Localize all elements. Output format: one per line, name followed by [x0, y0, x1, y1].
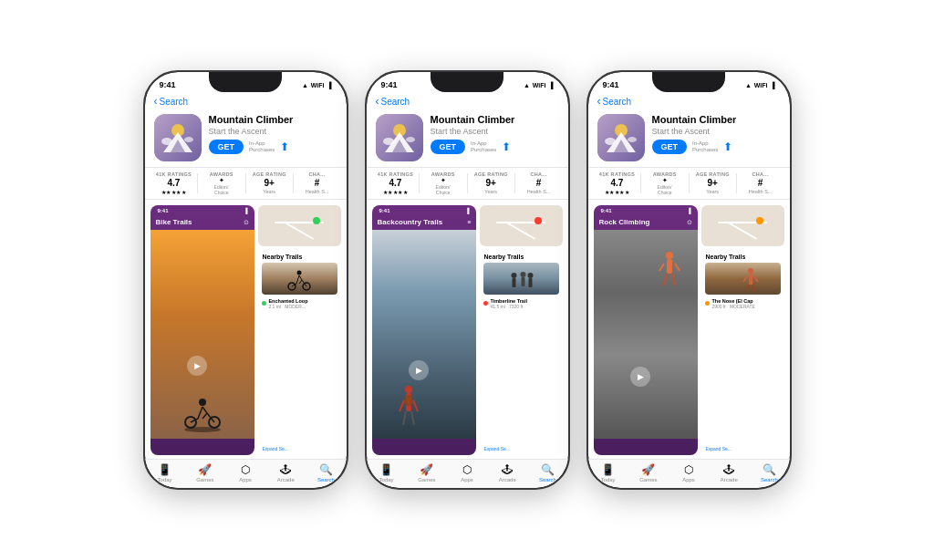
- trail-info-1: 2.1 mi MODER...: [268, 304, 307, 309]
- tab-arcade-1[interactable]: 🕹 Arcade: [265, 463, 306, 482]
- tab-today-2[interactable]: 📱 Today: [367, 463, 407, 482]
- share-button-1[interactable]: ⬆: [280, 140, 289, 153]
- play-button-1[interactable]: ▶: [187, 356, 207, 376]
- tab-games-3[interactable]: 🚀 Games: [628, 463, 669, 482]
- phone-notch-1: [209, 72, 282, 92]
- svg-point-19: [405, 386, 412, 393]
- apps-icon-3: ⬡: [684, 463, 693, 476]
- games-label-3: Games: [639, 477, 657, 482]
- status-time-2: 9:41: [381, 80, 398, 89]
- tab-search-2[interactable]: 🔍 Search: [527, 463, 567, 482]
- back-link-2[interactable]: ‹ Search: [376, 96, 559, 107]
- screenshot-inner-3: 9:41▐ Rock Climbing ⊙: [588, 200, 790, 459]
- tab-apps-3[interactable]: ⬡ Apps: [669, 463, 709, 482]
- today-icon-1: 📱: [158, 463, 171, 476]
- back-link-3[interactable]: ‹ Search: [597, 96, 781, 107]
- today-icon-3: 📱: [601, 463, 615, 476]
- divider-1a: [197, 173, 198, 193]
- apps-icon-2: ⬡: [462, 463, 472, 476]
- share-button-2[interactable]: ⬆: [502, 140, 511, 153]
- rating-count-2: 41K RATINGS 4.7 ★★★★★: [376, 171, 416, 195]
- share-button-3[interactable]: ⬆: [723, 140, 732, 153]
- screenshot-header-2: Backcountry Trails ≡: [372, 214, 477, 230]
- tab-arcade-3[interactable]: 🕹 Arcade: [709, 463, 749, 482]
- rating-count-1: 41K RATINGS 4.7 ★★★★★: [154, 171, 194, 195]
- play-button-2[interactable]: ▶: [409, 360, 429, 380]
- nearby-title-2: Nearby Trails: [483, 254, 558, 260]
- rating-awards-1: AWARDS ✦ Editors'Choice: [202, 171, 242, 195]
- expand-link-2[interactable]: Expand Se...: [483, 446, 558, 451]
- map-small-1: [258, 205, 340, 246]
- chart-sub-3: Health S...: [741, 189, 781, 194]
- arcade-icon-2: 🕹: [502, 463, 513, 476]
- app-header-3: Mountain Climber Start the Ascent GET In…: [588, 110, 790, 167]
- nearby-panel-1: Nearby Trails: [258, 250, 340, 455]
- search-label-1: Search: [317, 477, 335, 482]
- back-link-1[interactable]: ‹ Search: [154, 96, 337, 107]
- tab-search-1[interactable]: 🔍 Search: [306, 463, 346, 482]
- tab-search-3[interactable]: 🔍 Search: [749, 463, 789, 482]
- tab-apps-2[interactable]: ⬡ Apps: [447, 463, 487, 482]
- app-icon-2: [376, 114, 423, 161]
- chart-sub-2: Health S...: [519, 189, 559, 194]
- stars-1: ★★★★★: [154, 189, 194, 195]
- back-chevron-1: ‹: [154, 96, 158, 107]
- battery-icon-1: ▐: [327, 82, 332, 88]
- chart-label-1: CHA...: [297, 171, 337, 177]
- svg-point-9: [199, 399, 206, 406]
- age-value-2: 9+: [471, 178, 511, 188]
- tab-apps-1[interactable]: ⬡ Apps: [225, 463, 265, 482]
- in-app-text-2: In-AppPurchases: [471, 140, 496, 153]
- chart-sub-1: Health S...: [297, 189, 337, 194]
- divider-3c: [736, 173, 737, 193]
- trail-item-3: The Nose (El Cap 2900 ft MODERATE: [705, 298, 780, 309]
- apps-label-3: Apps: [682, 477, 695, 482]
- phone-3-wrapper: 9:41 ▲ WiFi ▐ ‹ Search: [586, 70, 792, 490]
- svg-point-17: [383, 138, 394, 145]
- screenshot-main-1: 9:41▐ Bike Trails ⊙: [150, 205, 255, 455]
- mini-status-3: 9:41▐: [594, 205, 699, 214]
- play-button-3[interactable]: ▶: [630, 367, 650, 387]
- svg-rect-23: [513, 278, 516, 287]
- tab-today-1[interactable]: 📱 Today: [145, 463, 185, 482]
- expand-link-3[interactable]: Expand Se...: [705, 446, 780, 451]
- map-road-3b: [728, 222, 757, 240]
- phone-2-wrapper: 9:41 ▲ WiFi ▐ ‹ Search: [365, 70, 570, 490]
- tab-games-2[interactable]: 🚀 Games: [407, 463, 447, 482]
- get-button-3[interactable]: GET: [652, 140, 688, 154]
- screenshot-main-3: 9:41▐ Rock Climbing ⊙: [594, 205, 699, 455]
- arcade-label-2: Arcade: [499, 477, 516, 482]
- rating-chart-1: CHA... # Health S...: [297, 171, 337, 195]
- screenshot-header-1: Bike Trails ⊙: [150, 214, 255, 230]
- phone-notch-2: [431, 72, 503, 92]
- age-label-2: AGE RATING: [471, 171, 511, 177]
- map-road-2b: [506, 222, 535, 240]
- tab-games-1[interactable]: 🚀 Games: [185, 463, 225, 482]
- divider-1b: [245, 173, 246, 193]
- rating-count-3: 41K RATINGS 4.7 ★★★★★: [597, 171, 638, 195]
- menu-icon-2: ≡: [467, 219, 471, 225]
- get-button-2[interactable]: GET: [431, 140, 466, 154]
- mini-status-1: 9:41▐: [150, 205, 255, 214]
- tab-today-3[interactable]: 📱 Today: [588, 463, 628, 482]
- wifi-icon-3: WiFi: [754, 82, 768, 88]
- app-subtitle-3: Start the Ascent: [652, 127, 781, 136]
- divider-2a: [419, 173, 420, 193]
- get-button-1[interactable]: GET: [209, 140, 244, 154]
- tab-arcade-2[interactable]: 🕹 Arcade: [487, 463, 527, 482]
- climber-svg: [657, 251, 682, 296]
- search-icon-1: 🔍: [319, 463, 333, 476]
- status-icons-3: ▲ WiFi ▐: [745, 82, 775, 88]
- trail-info-2: 41.5 mi 7320 ft: [490, 304, 527, 309]
- games-icon-1: 🚀: [198, 463, 212, 476]
- back-chevron-3: ‹: [597, 96, 601, 107]
- page-container: 9:41 ▲ WiFi ▐ ‹ Search: [0, 0, 934, 560]
- expand-link-1[interactable]: Expand Se...: [262, 446, 337, 451]
- apps-label-2: Apps: [461, 477, 473, 482]
- map-small-3: [701, 205, 784, 246]
- today-icon-2: 📱: [379, 463, 393, 476]
- map-road2-1: [285, 222, 314, 240]
- divider-2b: [467, 173, 468, 193]
- screenshot-inner-1: 9:41▐ Bike Trails ⊙: [145, 200, 347, 459]
- screenshot-secondary-3: Nearby Trails: [701, 205, 784, 455]
